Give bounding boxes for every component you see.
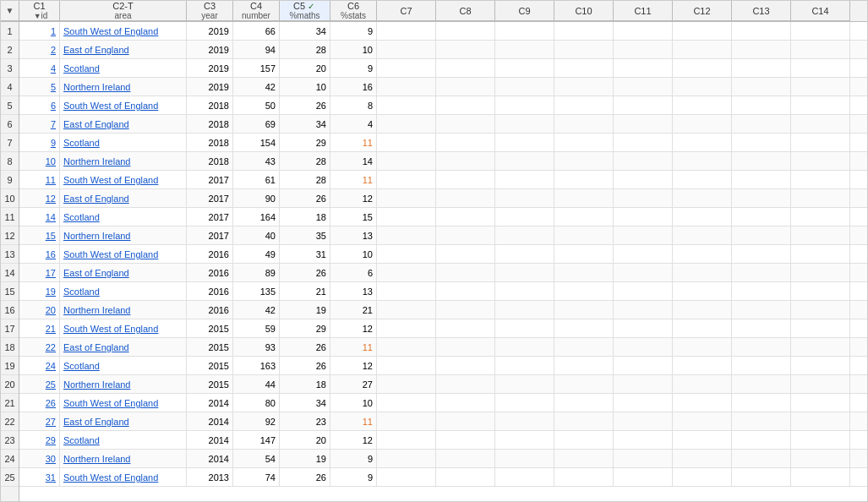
cell-area[interactable]: Scotland — [60, 431, 187, 450]
col-header-c7[interactable]: C7 — [377, 1, 436, 21]
col-label-c12: C12 — [693, 6, 710, 16]
cell-area[interactable]: East of England — [60, 264, 187, 282]
cell-area[interactable]: Northern Ireland — [60, 78, 187, 96]
col-header-c14[interactable]: C14 — [791, 1, 850, 21]
cell-area[interactable]: Scotland — [60, 282, 187, 301]
cell-area[interactable]: Northern Ireland — [60, 226, 187, 245]
col-label-c8: C8 — [459, 6, 471, 16]
row-number: 20 — [1, 375, 19, 394]
cell-id[interactable]: 21 — [19, 319, 60, 338]
table-row: 5Northern Ireland2019421016 — [19, 78, 867, 96]
cell-area[interactable]: Northern Ireland — [60, 152, 187, 171]
cell-stats: 14 — [330, 152, 377, 171]
cell-id[interactable]: 15 — [19, 226, 60, 245]
cell-area[interactable]: South West of England — [60, 171, 187, 189]
row-number: 10 — [1, 189, 19, 208]
cell-empty — [495, 264, 554, 282]
cell-id[interactable]: 26 — [19, 394, 60, 412]
cell-id[interactable]: 10 — [19, 152, 60, 171]
cell-empty — [791, 59, 850, 78]
cell-empty — [673, 22, 732, 41]
col-header-c11[interactable]: C11 — [614, 1, 673, 21]
cell-id[interactable]: 9 — [19, 134, 60, 152]
col-header-c9[interactable]: C9 — [495, 1, 554, 21]
cell-empty — [732, 41, 791, 59]
cell-empty — [732, 319, 791, 338]
cell-empty — [495, 282, 554, 301]
col-header-c3[interactable]: C3year — [187, 1, 233, 21]
cell-id[interactable]: 4 — [19, 59, 60, 78]
col-header-c10[interactable]: C10 — [554, 1, 614, 21]
cell-empty — [436, 301, 495, 319]
col-label-c7: C7 — [400, 6, 412, 16]
cell-empty — [495, 245, 554, 264]
cell-empty — [791, 41, 850, 59]
table-row: 9Scotland20181542911 — [19, 134, 867, 152]
cell-id[interactable]: 6 — [19, 96, 60, 115]
cell-id[interactable]: 29 — [19, 431, 60, 450]
cell-area[interactable]: South West of England — [60, 468, 187, 487]
cell-empty — [614, 134, 673, 152]
col-header-c13[interactable]: C13 — [732, 1, 791, 21]
cell-area[interactable]: Northern Ireland — [60, 301, 187, 319]
cell-empty — [495, 208, 554, 226]
cell-id[interactable]: 14 — [19, 208, 60, 226]
cell-id[interactable]: 2 — [19, 41, 60, 59]
cell-area[interactable]: Northern Ireland — [60, 375, 187, 394]
cell-area[interactable]: East of England — [60, 412, 187, 431]
col-header-c12[interactable]: C12 — [673, 1, 732, 21]
cell-maths: 23 — [280, 412, 330, 431]
cell-id[interactable]: 27 — [19, 412, 60, 431]
table-row: 22East of England2015932611 — [19, 338, 867, 357]
cell-id[interactable]: 24 — [19, 357, 60, 375]
cell-id[interactable]: 30 — [19, 450, 60, 468]
col-header-c8[interactable]: C8 — [436, 1, 495, 21]
top-corner[interactable]: ▼ — [1, 1, 19, 21]
cell-area[interactable]: Scotland — [60, 357, 187, 375]
cell-maths: 26 — [280, 96, 330, 115]
cell-id[interactable]: 7 — [19, 115, 60, 134]
cell-id[interactable]: 12 — [19, 189, 60, 208]
cell-id[interactable]: 31 — [19, 468, 60, 487]
col-header-c2-t[interactable]: C2-Tarea — [60, 1, 187, 21]
cell-id[interactable]: 1 — [19, 22, 60, 41]
cell-area[interactable]: East of England — [60, 41, 187, 59]
cell-id[interactable]: 19 — [19, 282, 60, 301]
cell-number: 164 — [233, 208, 280, 226]
cell-id[interactable]: 17 — [19, 264, 60, 282]
col-header-c6[interactable]: C6%stats — [330, 1, 377, 21]
cell-id[interactable]: 11 — [19, 171, 60, 189]
col-sub-c1: id — [41, 11, 48, 20]
cell-area[interactable]: Scotland — [60, 59, 187, 78]
cell-empty — [436, 22, 495, 41]
cell-area[interactable]: Northern Ireland — [60, 450, 187, 468]
cell-area[interactable]: East of England — [60, 115, 187, 134]
cell-area[interactable]: South West of England — [60, 319, 187, 338]
cell-id[interactable]: 16 — [19, 245, 60, 264]
cell-id[interactable]: 20 — [19, 301, 60, 319]
cell-area[interactable]: East of England — [60, 189, 187, 208]
cell-year: 2018 — [187, 96, 233, 115]
cell-area[interactable]: South West of England — [60, 22, 187, 41]
cell-maths: 18 — [280, 208, 330, 226]
cell-id[interactable]: 25 — [19, 375, 60, 394]
cell-maths: 26 — [280, 357, 330, 375]
cell-area[interactable]: South West of England — [60, 245, 187, 264]
cell-empty — [614, 450, 673, 468]
cell-id[interactable]: 22 — [19, 338, 60, 357]
cell-area[interactable]: South West of England — [60, 394, 187, 412]
row-number: 13 — [1, 245, 19, 264]
cell-year: 2019 — [187, 41, 233, 59]
cell-area[interactable]: Scotland — [60, 134, 187, 152]
cell-area[interactable]: Scotland — [60, 208, 187, 226]
cell-empty — [791, 189, 850, 208]
cell-area[interactable]: East of England — [60, 338, 187, 357]
col-header-c5[interactable]: C5✓%maths — [280, 1, 330, 21]
row-number: 25 — [1, 468, 19, 487]
cell-empty — [614, 301, 673, 319]
col-header-c1[interactable]: C1▼id — [19, 1, 60, 21]
cell-id[interactable]: 5 — [19, 78, 60, 96]
cell-empty — [614, 78, 673, 96]
cell-area[interactable]: South West of England — [60, 96, 187, 115]
col-header-c4[interactable]: C4number — [233, 1, 280, 21]
